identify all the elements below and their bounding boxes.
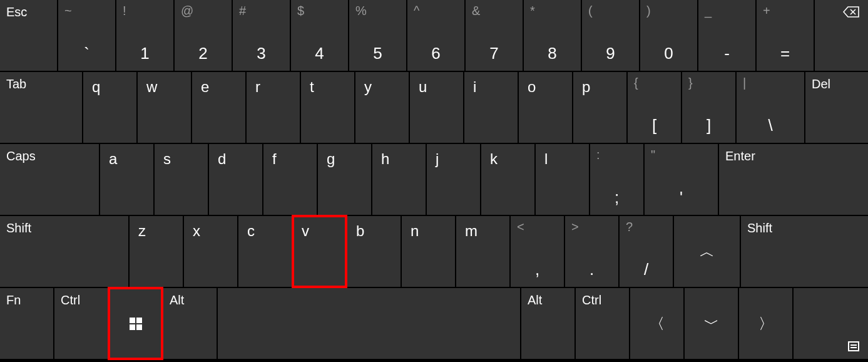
key-g[interactable]: g: [318, 144, 371, 215]
key-letter: x: [193, 222, 200, 240]
key-d[interactable]: d: [209, 144, 262, 215]
key-letter: g: [327, 150, 335, 168]
key-right-ctrl[interactable]: Ctrl: [576, 288, 629, 359]
key-right-alt[interactable]: Alt: [521, 288, 574, 359]
key-quote[interactable]: " ': [645, 144, 718, 215]
key-lower: ': [680, 188, 683, 207]
key-letter: a: [109, 150, 117, 168]
key-upper: <: [517, 220, 524, 234]
key-left-bracket[interactable]: { [: [628, 72, 681, 143]
key-l[interactable]: l: [536, 144, 589, 215]
key-c[interactable]: c: [238, 216, 292, 287]
key-upper: !: [123, 4, 126, 18]
key-y[interactable]: y: [355, 72, 409, 143]
key-m[interactable]: m: [456, 216, 509, 287]
key-upper: {: [634, 76, 638, 90]
key-arrow-right[interactable]: 〉: [739, 288, 792, 359]
arrow-down-icon: ﹀: [704, 314, 719, 334]
key-enter[interactable]: Enter: [719, 144, 868, 215]
key-tab[interactable]: Tab: [0, 72, 82, 143]
key-3[interactable]: # 3: [233, 0, 290, 71]
key-arrow-left[interactable]: 〈: [630, 288, 683, 359]
key-right-shift[interactable]: Shift: [741, 216, 868, 287]
key-2[interactable]: @ 2: [175, 0, 232, 71]
key-upper: >: [571, 220, 579, 234]
key-s[interactable]: s: [155, 144, 208, 215]
key-v[interactable]: v: [293, 216, 346, 287]
key-z[interactable]: z: [130, 216, 183, 287]
key-lower: 4: [315, 44, 324, 63]
key-8[interactable]: * 8: [524, 0, 581, 71]
key-x[interactable]: x: [184, 216, 237, 287]
key-4[interactable]: $ 4: [291, 0, 348, 71]
key-fn[interactable]: Fn: [0, 288, 53, 359]
key-left-ctrl[interactable]: Ctrl: [54, 288, 108, 359]
key-arrow-down[interactable]: ﹀: [685, 288, 738, 359]
key-equals[interactable]: + =: [757, 0, 814, 71]
key-upper: $: [297, 4, 304, 18]
key-7[interactable]: & 7: [466, 0, 523, 71]
key-q[interactable]: q: [83, 72, 136, 143]
key-left-alt[interactable]: Alt: [163, 288, 217, 359]
key-lower: 6: [431, 44, 440, 63]
key-keyboard-options[interactable]: [794, 288, 868, 359]
key-label: Caps: [6, 149, 36, 163]
key-letter: v: [302, 222, 309, 240]
key-upper: +: [763, 4, 770, 18]
key-upper: _: [705, 4, 712, 18]
key-minus[interactable]: _ -: [698, 0, 755, 71]
key-6[interactable]: ^ 6: [407, 0, 464, 71]
key-1[interactable]: ! 1: [116, 0, 173, 71]
key-lower: [: [652, 116, 656, 135]
key-letter: n: [411, 222, 419, 240]
key-h[interactable]: h: [372, 144, 426, 215]
key-n[interactable]: n: [402, 216, 455, 287]
key-backslash[interactable]: | \: [737, 72, 804, 143]
backspace-icon: [843, 6, 859, 18]
key-w[interactable]: w: [138, 72, 191, 143]
key-t[interactable]: t: [301, 72, 354, 143]
key-lower: 8: [548, 44, 556, 63]
key-u[interactable]: u: [410, 72, 463, 143]
key-letter: k: [490, 150, 498, 168]
key-p[interactable]: p: [573, 72, 626, 143]
key-b[interactable]: b: [347, 216, 401, 287]
key-letter: r: [255, 78, 260, 96]
key-label: Enter: [725, 149, 755, 163]
key-label: Alt: [528, 293, 542, 308]
key-space[interactable]: [218, 288, 520, 359]
key-del[interactable]: Del: [805, 72, 868, 143]
key-9[interactable]: ( 9: [582, 0, 639, 71]
key-upper: ): [646, 4, 651, 18]
key-backtick[interactable]: ~ `: [58, 0, 115, 71]
key-period[interactable]: > .: [565, 216, 618, 287]
key-lower: ]: [707, 116, 711, 135]
key-5[interactable]: % 5: [349, 0, 406, 71]
key-right-bracket[interactable]: } ]: [682, 72, 735, 143]
key-backspace[interactable]: [815, 0, 868, 71]
key-windows[interactable]: [109, 288, 162, 359]
key-arrow-up[interactable]: ︿: [674, 216, 740, 287]
key-0[interactable]: ) 0: [640, 0, 697, 71]
key-o[interactable]: o: [519, 72, 572, 143]
key-caps[interactable]: Caps: [0, 144, 99, 215]
key-f[interactable]: f: [263, 144, 317, 215]
key-j[interactable]: j: [427, 144, 480, 215]
key-k[interactable]: k: [481, 144, 534, 215]
key-i[interactable]: i: [464, 72, 518, 143]
key-r[interactable]: r: [247, 72, 300, 143]
key-a[interactable]: a: [100, 144, 153, 215]
key-upper: :: [596, 148, 600, 162]
key-e[interactable]: e: [192, 72, 245, 143]
key-letter: b: [356, 222, 364, 240]
key-lower: `: [84, 44, 89, 63]
key-esc[interactable]: Esc: [0, 0, 57, 71]
key-semicolon[interactable]: : ;: [590, 144, 643, 215]
arrow-up-icon: ︿: [700, 242, 715, 262]
key-comma[interactable]: < ,: [511, 216, 564, 287]
key-slash[interactable]: ? /: [620, 216, 673, 287]
key-letter: h: [381, 150, 389, 168]
windows-icon: [130, 318, 142, 330]
key-left-shift[interactable]: Shift: [0, 216, 128, 287]
key-upper: ?: [626, 220, 633, 234]
